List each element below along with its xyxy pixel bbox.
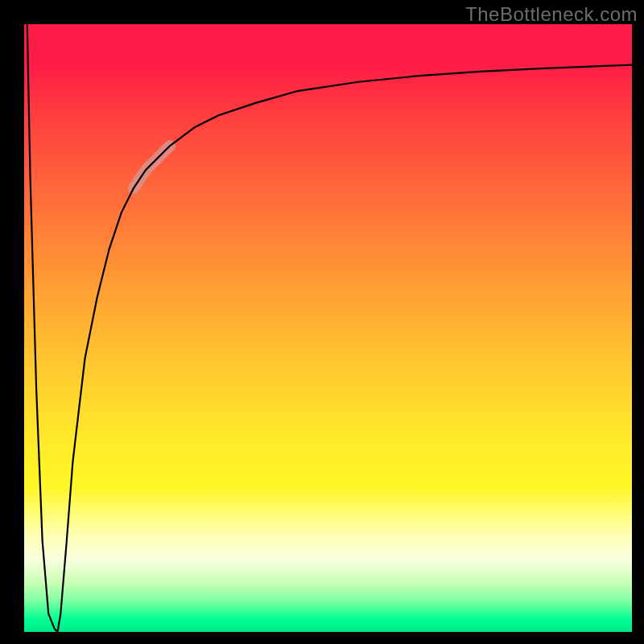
bottleneck-curve bbox=[27, 24, 632, 632]
curve-svg bbox=[24, 24, 632, 632]
plot-area bbox=[24, 24, 632, 632]
chart-frame: TheBottleneck.com bbox=[0, 0, 644, 644]
watermark-text: TheBottleneck.com bbox=[465, 3, 638, 26]
